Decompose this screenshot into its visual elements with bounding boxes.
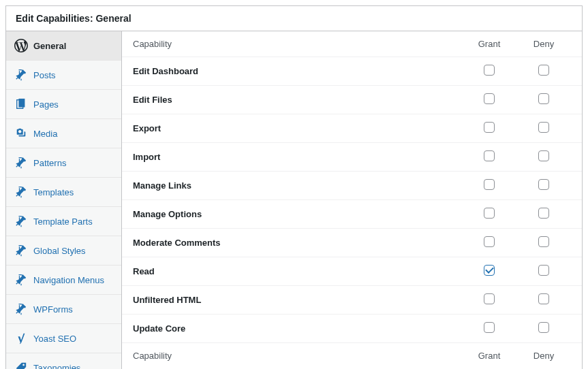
table-row: Import: [122, 143, 582, 172]
sidebar-item-label: Media: [33, 129, 57, 139]
sidebar-item-pages[interactable]: Pages: [6, 90, 121, 119]
sidebar-item-general[interactable]: General: [6, 31, 121, 61]
grant-checkbox[interactable]: [484, 150, 495, 161]
sidebar-item-wpforms[interactable]: WPForms: [6, 295, 121, 324]
sidebar-item-label: Templates: [33, 187, 74, 197]
grant-checkbox[interactable]: [484, 179, 495, 190]
media-icon: [14, 127, 28, 140]
sidebar: GeneralPostsPagesMediaPatternsTemplatesT…: [6, 31, 122, 369]
sidebar-item-label: Template Parts: [33, 216, 93, 227]
capability-name: Export: [133, 123, 462, 133]
pages-icon: [14, 97, 28, 111]
table-row: Manage Options: [122, 200, 582, 229]
capabilities-table: CapabilityGrantDenyEdit DashboardEdit Fi…: [122, 31, 582, 369]
pin-icon: [14, 214, 28, 228]
table-row: Edit Dashboard: [122, 57, 582, 86]
deny-checkbox[interactable]: [538, 122, 549, 133]
sidebar-item-label: Navigation Menus: [33, 275, 104, 285]
deny-checkbox[interactable]: [538, 65, 549, 76]
sidebar-item-media[interactable]: Media: [6, 119, 121, 148]
grant-checkbox[interactable]: [484, 65, 495, 76]
wordpress-icon: [14, 39, 28, 52]
pin-icon: [14, 302, 28, 316]
column-header-capability: Capability: [133, 39, 462, 49]
grant-checkbox[interactable]: [484, 122, 495, 133]
capability-name: Manage Options: [133, 209, 462, 219]
sidebar-item-templates[interactable]: Templates: [6, 178, 121, 207]
table-header: CapabilityGrantDeny: [122, 31, 582, 57]
sidebar-item-label: Taxonomies: [33, 363, 80, 370]
table-row: Edit Files: [122, 86, 582, 114]
grant-checkbox[interactable]: [484, 322, 495, 333]
pin-icon: [14, 273, 28, 287]
pin-icon: [14, 68, 28, 82]
sidebar-item-global-styles[interactable]: Global Styles: [6, 236, 121, 266]
deny-checkbox[interactable]: [538, 93, 549, 104]
sidebar-item-label: General: [33, 41, 66, 51]
capabilities-panel: Edit Capabilities: General GeneralPostsP…: [5, 5, 583, 369]
capability-name: Read: [133, 266, 462, 276]
deny-checkbox[interactable]: [538, 322, 549, 333]
column-header-deny: Deny: [516, 351, 571, 361]
grant-checkbox[interactable]: [484, 293, 495, 304]
deny-checkbox[interactable]: [538, 208, 549, 219]
table-row: Unfiltered HTML: [122, 286, 582, 315]
pin-icon: [14, 156, 28, 170]
grant-checkbox[interactable]: [484, 208, 495, 219]
column-header-grant: Grant: [462, 351, 516, 361]
sidebar-item-posts[interactable]: Posts: [6, 61, 121, 90]
sidebar-item-label: Pages: [33, 99, 59, 110]
capability-name: Import: [133, 152, 462, 162]
table-row: Moderate Comments: [122, 229, 582, 257]
table-row: Manage Links: [122, 172, 582, 200]
panel-title: Edit Capabilities: General: [6, 6, 582, 31]
table-row: Update Core: [122, 315, 582, 343]
sidebar-item-label: Posts: [33, 70, 56, 80]
column-header-grant: Grant: [462, 39, 516, 49]
deny-checkbox[interactable]: [538, 179, 549, 190]
sidebar-item-label: Global Styles: [33, 246, 86, 256]
deny-checkbox[interactable]: [538, 265, 549, 276]
sidebar-item-patterns[interactable]: Patterns: [6, 148, 121, 178]
grant-checkbox[interactable]: [484, 93, 495, 104]
panel-content: GeneralPostsPagesMediaPatternsTemplatesT…: [6, 31, 582, 369]
yoast-icon: [14, 332, 28, 345]
pin-icon: [14, 185, 28, 199]
capability-name: Update Core: [133, 323, 462, 334]
table-row: Read: [122, 257, 582, 286]
pin-icon: [14, 244, 28, 257]
sidebar-item-taxonomies[interactable]: Taxonomies: [6, 353, 121, 369]
grant-checkbox[interactable]: [484, 236, 495, 247]
deny-checkbox[interactable]: [538, 293, 549, 304]
svg-rect-1: [18, 99, 25, 108]
column-header-deny: Deny: [516, 39, 571, 49]
deny-checkbox[interactable]: [538, 150, 549, 161]
sidebar-item-label: Yoast SEO: [33, 334, 76, 344]
sidebar-item-label: WPForms: [33, 304, 73, 315]
column-header-capability: Capability: [133, 351, 462, 361]
grant-checkbox[interactable]: [484, 265, 495, 276]
sidebar-item-label: Patterns: [33, 158, 66, 168]
capability-name: Edit Files: [133, 95, 462, 105]
sidebar-item-template-parts[interactable]: Template Parts: [6, 207, 121, 236]
sidebar-item-navigation-menus[interactable]: Navigation Menus: [6, 266, 121, 295]
capability-name: Unfiltered HTML: [133, 295, 462, 305]
tag-icon: [14, 361, 28, 369]
deny-checkbox[interactable]: [538, 236, 549, 247]
table-footer: CapabilityGrantDeny: [122, 343, 582, 368]
sidebar-item-yoast-seo[interactable]: Yoast SEO: [6, 324, 121, 353]
capability-name: Edit Dashboard: [133, 66, 462, 76]
capability-name: Manage Links: [133, 180, 462, 191]
table-row: Export: [122, 114, 582, 143]
capability-name: Moderate Comments: [133, 238, 462, 248]
